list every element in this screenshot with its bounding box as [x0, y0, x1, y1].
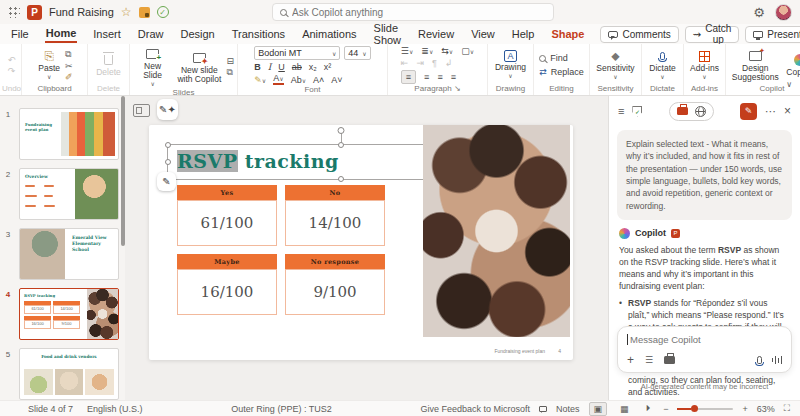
- tab-draw[interactable]: Draw: [137, 26, 165, 42]
- slide-sorter-view-button[interactable]: ▦: [616, 403, 633, 415]
- find-button[interactable]: Find: [539, 53, 584, 63]
- new-slide-with-copilot-button[interactable]: New slide with Copilot: [175, 50, 223, 85]
- slide-photo[interactable]: [423, 125, 570, 337]
- language-selector[interactable]: English (U.S.): [87, 404, 143, 414]
- tab-design[interactable]: Design: [179, 26, 215, 42]
- tab-view[interactable]: View: [470, 26, 496, 42]
- add-attachment-icon[interactable]: +: [627, 354, 634, 366]
- rotation-handle[interactable]: [338, 127, 345, 134]
- resize-handle[interactable]: [165, 159, 171, 165]
- superscript-button[interactable]: x²: [324, 62, 332, 72]
- work-context-icon[interactable]: [664, 356, 675, 364]
- present-button[interactable]: Present∨: [745, 26, 800, 43]
- thumbnail-slide-1[interactable]: 1 Fundraising event plan: [0, 108, 119, 160]
- copilot-button[interactable]: Copilot: [784, 52, 800, 78]
- decrease-indent-button[interactable]: ⇤: [401, 58, 409, 68]
- tab-review[interactable]: Review: [417, 26, 455, 42]
- tune-options-icon[interactable]: ☰: [645, 355, 653, 365]
- tab-shape[interactable]: Shape: [550, 26, 585, 42]
- document-title[interactable]: Fund Raising: [49, 6, 114, 18]
- underline-button[interactable]: U: [278, 62, 285, 72]
- catch-up-button[interactable]: ⇝Catch up: [685, 26, 740, 43]
- bullets-button[interactable]: ☰∨: [401, 46, 413, 56]
- app-launcher-icon[interactable]: [8, 6, 20, 18]
- font-color-button[interactable]: A∨: [273, 74, 283, 85]
- design-suggestions-button[interactable]: Design Suggestions: [729, 48, 781, 83]
- comments-button[interactable]: Comments: [600, 26, 678, 43]
- work-web-toggle[interactable]: [669, 102, 714, 121]
- delete-button[interactable]: Delete: [94, 52, 123, 78]
- table-cell-yes[interactable]: Yes61/100: [177, 185, 277, 246]
- text-direction-button[interactable]: ▢∨: [461, 46, 474, 56]
- thumbnail-slide-2[interactable]: 2 Overview: [0, 168, 119, 220]
- table-cell-no[interactable]: No14/100: [285, 185, 385, 246]
- fit-to-window-icon[interactable]: ⛶: [784, 403, 790, 414]
- thumbnail-slide-5[interactable]: 5 Food and drink vendors: [0, 348, 119, 400]
- normal-view-button[interactable]: ▣: [589, 402, 608, 416]
- notes-button[interactable]: Notes: [556, 404, 580, 414]
- paragraph-mark-button[interactable]: ¶: [432, 58, 437, 68]
- new-chat-button[interactable]: ✎: [740, 103, 757, 120]
- duplicate-slide-icon[interactable]: ⧉: [226, 67, 234, 78]
- new-slide-button[interactable]: New Slide∨: [133, 46, 172, 88]
- sensitivity-label-icon[interactable]: [139, 7, 150, 18]
- replace-button[interactable]: ⇄Replace: [539, 67, 584, 77]
- message-input[interactable]: [630, 334, 782, 345]
- slideshow-view-button[interactable]: ⏵: [642, 402, 655, 415]
- tab-help[interactable]: Help: [511, 26, 536, 42]
- voice-input-icon[interactable]: [757, 356, 762, 364]
- redo-icon[interactable]: ↷: [8, 66, 16, 76]
- thumbnail-slide-4-selected[interactable]: 4 RSVP tracking 61/100 14/100 16/100 9/1…: [0, 288, 119, 340]
- bold-button[interactable]: B: [254, 62, 261, 72]
- resize-handle[interactable]: [165, 142, 171, 148]
- search-input[interactable]: [292, 7, 546, 18]
- zoom-slider-handle[interactable]: [691, 405, 698, 412]
- paste-button[interactable]: ⎘Paste∨: [36, 48, 62, 81]
- quick-actions-pen-icon[interactable]: ✎: [157, 172, 176, 191]
- read-aloud-icon[interactable]: [772, 356, 783, 364]
- shield-check-icon[interactable]: ✓: [632, 106, 642, 117]
- slide-title[interactable]: RSVP tracking: [177, 150, 339, 172]
- tab-home[interactable]: Home: [45, 25, 78, 43]
- table-cell-maybe[interactable]: Maybe16/100: [177, 254, 277, 315]
- favorite-star-icon[interactable]: ☆: [121, 5, 132, 19]
- slide-count[interactable]: Slide 4 of 7: [28, 404, 73, 414]
- dictate-button[interactable]: Dictate∨: [647, 48, 677, 81]
- slide-layout-icon[interactable]: ⊟: [226, 56, 234, 66]
- settings-gear-icon[interactable]: ⚙: [753, 5, 765, 20]
- sparkle-pen-icon[interactable]: ✎✦: [157, 99, 178, 120]
- align-right-button[interactable]: ≡: [437, 72, 442, 82]
- zoom-out-icon[interactable]: −: [663, 404, 668, 414]
- align-center-button[interactable]: ≡: [424, 72, 429, 82]
- justify-button[interactable]: ≡: [451, 72, 456, 82]
- numbering-button[interactable]: ≣∨: [421, 46, 433, 56]
- hide-thumbnail-pane-icon[interactable]: [133, 104, 150, 117]
- zoom-in-icon[interactable]: +: [742, 404, 747, 414]
- sensitivity-button[interactable]: ⬥Sensitivity∨: [594, 48, 636, 81]
- format-painter-icon[interactable]: ✐: [65, 72, 73, 82]
- drawing-button[interactable]: ADrawing∨: [493, 49, 528, 80]
- ribbon-collapse-chevron[interactable]: ∨: [786, 80, 792, 89]
- font-size-select[interactable]: 44∨: [344, 46, 370, 60]
- tab-file[interactable]: File: [10, 26, 30, 42]
- tab-insert[interactable]: Insert: [92, 26, 122, 42]
- increase-indent-button[interactable]: ⇥: [416, 58, 424, 68]
- resize-handle[interactable]: [338, 176, 344, 182]
- shrink-font-button[interactable]: A˅: [331, 75, 342, 85]
- saved-status-icon[interactable]: ✓: [157, 6, 169, 18]
- paragraph-dialog-launcher-icon[interactable]: ↘: [454, 84, 461, 93]
- zoom-level[interactable]: 63%: [757, 404, 775, 414]
- addins-button[interactable]: Add-ins∨: [688, 48, 721, 81]
- font-family-select[interactable]: Bodoni MT∨: [254, 46, 340, 60]
- tab-transitions[interactable]: Transitions: [231, 26, 286, 42]
- feedback-link[interactable]: Give Feedback to Microsoft: [421, 404, 531, 414]
- highlight-color-button[interactable]: ✎∨: [254, 75, 266, 85]
- cut-icon[interactable]: ✂: [65, 61, 73, 71]
- user-avatar[interactable]: [775, 4, 792, 21]
- resize-handle[interactable]: [338, 142, 344, 148]
- copilot-message-box[interactable]: + ☰: [617, 326, 792, 373]
- close-icon[interactable]: ×: [784, 104, 791, 118]
- strikethrough-button[interactable]: ab: [292, 62, 302, 72]
- web-mode-icon[interactable]: [695, 106, 706, 117]
- grow-font-button[interactable]: A˄: [313, 75, 324, 85]
